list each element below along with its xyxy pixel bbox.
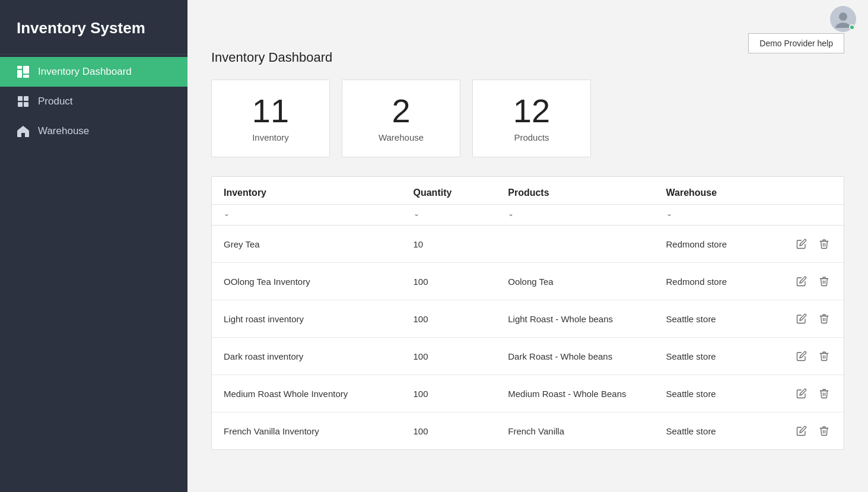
delete-icon	[819, 276, 829, 287]
user-avatar[interactable]	[830, 6, 856, 32]
col-header-actions	[781, 177, 844, 205]
cell-inventory: French Vanilla Inventory	[212, 412, 402, 450]
cell-inventory: OOlong Tea Inventory	[212, 263, 402, 300]
filter-actions	[781, 205, 844, 226]
demo-help-button[interactable]: Demo Provider help	[748, 33, 844, 53]
edit-button[interactable]	[794, 236, 809, 252]
delete-button[interactable]	[816, 348, 832, 364]
sidebar: Inventory System Inventory Dashboard	[0, 0, 187, 492]
delete-icon	[819, 388, 829, 399]
product-icon	[17, 95, 30, 108]
edit-button[interactable]	[794, 311, 809, 326]
quantity-filter-dropdown[interactable]: ⌄	[414, 210, 485, 218]
svg-rect-10	[21, 133, 25, 137]
col-header-quantity: Quantity	[402, 177, 497, 205]
cell-products: Medium Roast - Whole Beans	[496, 375, 654, 412]
sidebar-item-product[interactable]: Product	[0, 87, 187, 116]
cell-products: French Vanilla	[496, 412, 654, 450]
table-row: Grey Tea10Redmond store	[212, 226, 844, 263]
products-filter-dropdown[interactable]: ⌄	[508, 210, 642, 218]
svg-rect-7	[24, 102, 28, 107]
svg-rect-3	[23, 75, 29, 78]
sidebar-item-warehouse-label: Warehouse	[38, 125, 89, 137]
svg-point-11	[839, 12, 847, 21]
cell-warehouse: Seattle store	[654, 375, 781, 412]
edit-button[interactable]	[794, 274, 809, 289]
cell-inventory: Medium Roast Whole Inventory	[212, 375, 402, 412]
cell-products: Dark Roast - Whole beans	[496, 338, 654, 375]
delete-button[interactable]	[816, 274, 832, 289]
edit-button[interactable]	[794, 386, 809, 401]
svg-rect-6	[18, 102, 23, 107]
edit-icon	[796, 276, 807, 287]
stat-card-inventory: 11 Inventory	[211, 80, 330, 157]
cell-warehouse: Seattle store	[654, 412, 781, 450]
sidebar-item-warehouse[interactable]: Warehouse	[0, 116, 187, 146]
col-header-products: Products	[496, 177, 654, 205]
cell-inventory: Grey Tea	[212, 226, 402, 263]
delete-button[interactable]	[816, 236, 832, 252]
content-area: Inventory Dashboard Demo Provider help 1…	[187, 38, 868, 474]
delete-icon	[819, 239, 829, 249]
col-header-inventory: Inventory	[212, 177, 402, 205]
edit-button[interactable]	[794, 423, 809, 439]
svg-rect-5	[24, 96, 28, 101]
cell-warehouse: Redmond store	[654, 226, 781, 263]
cell-actions	[781, 338, 844, 375]
inventory-table-container: Inventory Quantity Products Warehouse	[211, 176, 844, 450]
svg-rect-1	[17, 70, 22, 78]
app-title: Inventory System	[0, 0, 187, 55]
inventory-filter-chevron: ⌄	[224, 210, 230, 218]
cell-warehouse: Seattle store	[654, 338, 781, 375]
cell-actions	[781, 300, 844, 338]
table-row: Dark roast inventory100Dark Roast - Whol…	[212, 338, 844, 375]
cell-quantity: 100	[402, 263, 497, 300]
delete-button[interactable]	[816, 423, 832, 439]
table-body: Grey Tea10Redmond store	[212, 226, 844, 450]
cell-inventory: Light roast inventory	[212, 300, 402, 338]
quantity-filter-chevron: ⌄	[414, 210, 419, 218]
filter-products: ⌄	[496, 205, 654, 226]
edit-icon	[796, 426, 807, 436]
cell-inventory: Dark roast inventory	[212, 338, 402, 375]
cell-quantity: 100	[402, 300, 497, 338]
sidebar-item-dashboard[interactable]: Inventory Dashboard	[0, 57, 187, 87]
header-bar	[187, 0, 868, 38]
avatar-status-dot	[849, 24, 855, 30]
delete-button[interactable]	[816, 311, 832, 326]
edit-button[interactable]	[794, 348, 809, 364]
delete-button[interactable]	[816, 386, 832, 401]
edit-icon	[796, 239, 807, 249]
table-row: Light roast inventory100Light Roast - Wh…	[212, 300, 844, 338]
cell-products: Light Roast - Whole beans	[496, 300, 654, 338]
stat-inventory-number: 11	[252, 94, 289, 128]
edit-icon	[796, 351, 807, 361]
warehouse-filter-dropdown[interactable]: ⌄	[666, 210, 769, 218]
warehouse-filter-chevron: ⌄	[666, 210, 672, 218]
main-content: Inventory Dashboard Demo Provider help 1…	[187, 0, 868, 492]
svg-rect-0	[17, 66, 22, 69]
cell-quantity: 10	[402, 226, 497, 263]
filter-quantity: ⌄	[402, 205, 497, 226]
stat-products-number: 12	[513, 94, 550, 128]
cell-actions	[781, 412, 844, 450]
stat-card-warehouse: 2 Warehouse	[342, 80, 460, 157]
sidebar-item-product-label: Product	[38, 96, 73, 107]
table-row: Medium Roast Whole Inventory100Medium Ro…	[212, 375, 844, 412]
cell-products: Oolong Tea	[496, 263, 654, 300]
edit-icon	[796, 313, 807, 324]
table-row: OOlong Tea Inventory100Oolong TeaRedmond…	[212, 263, 844, 300]
cell-quantity: 100	[402, 338, 497, 375]
table-row: French Vanilla Inventory100French Vanill…	[212, 412, 844, 450]
edit-icon	[796, 388, 807, 399]
cell-products	[496, 226, 654, 263]
inventory-filter-dropdown[interactable]: ⌄	[224, 210, 390, 218]
table-header-row: Inventory Quantity Products Warehouse	[212, 177, 844, 205]
cell-actions	[781, 263, 844, 300]
cell-quantity: 100	[402, 412, 497, 450]
stat-warehouse-number: 2	[392, 94, 410, 128]
sidebar-nav: Inventory Dashboard Product	[0, 55, 187, 146]
svg-rect-4	[18, 96, 23, 101]
cell-actions	[781, 226, 844, 263]
stat-products-label: Products	[514, 132, 549, 142]
